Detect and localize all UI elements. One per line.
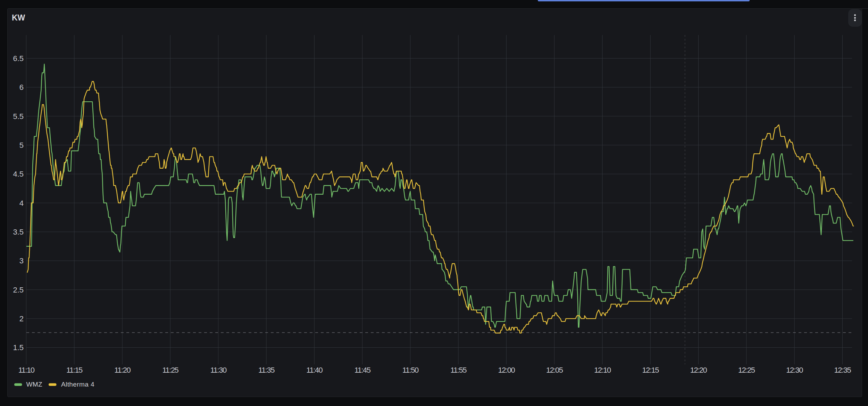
svg-text:11:55: 11:55 [450,366,467,374]
svg-text:5: 5 [19,141,24,150]
svg-text:12:00: 12:00 [498,366,515,374]
svg-text:Altherma 4: Altherma 4 [61,381,94,388]
svg-text:12:05: 12:05 [546,366,563,374]
svg-text:11:25: 11:25 [162,366,178,374]
svg-text:2: 2 [19,314,24,323]
svg-text:12:30: 12:30 [786,366,803,374]
svg-text:11:50: 11:50 [402,366,419,374]
svg-text:12:10: 12:10 [594,366,611,374]
svg-text:4.5: 4.5 [13,170,24,178]
svg-text:5.5: 5.5 [13,112,24,121]
svg-text:4: 4 [19,199,24,208]
svg-text:WMZ: WMZ [26,381,43,388]
svg-text:1.5: 1.5 [13,343,24,352]
svg-text:11:15: 11:15 [66,366,83,374]
svg-text:11:45: 11:45 [354,366,371,374]
svg-text:11:10: 11:10 [18,366,35,374]
svg-text:12:15: 12:15 [642,366,659,374]
svg-text:11:30: 11:30 [210,366,227,374]
svg-text:11:20: 11:20 [114,366,131,374]
svg-text:11:40: 11:40 [306,366,323,374]
svg-text:2.5: 2.5 [13,286,24,294]
svg-text:12:25: 12:25 [738,366,755,374]
svg-text:11:35: 11:35 [258,366,275,374]
svg-text:3: 3 [19,256,24,265]
svg-text:6: 6 [19,83,24,92]
svg-text:6.5: 6.5 [13,54,24,63]
svg-text:3.5: 3.5 [13,228,24,236]
svg-text:12:20: 12:20 [690,366,707,374]
svg-text:12:35: 12:35 [834,366,851,374]
